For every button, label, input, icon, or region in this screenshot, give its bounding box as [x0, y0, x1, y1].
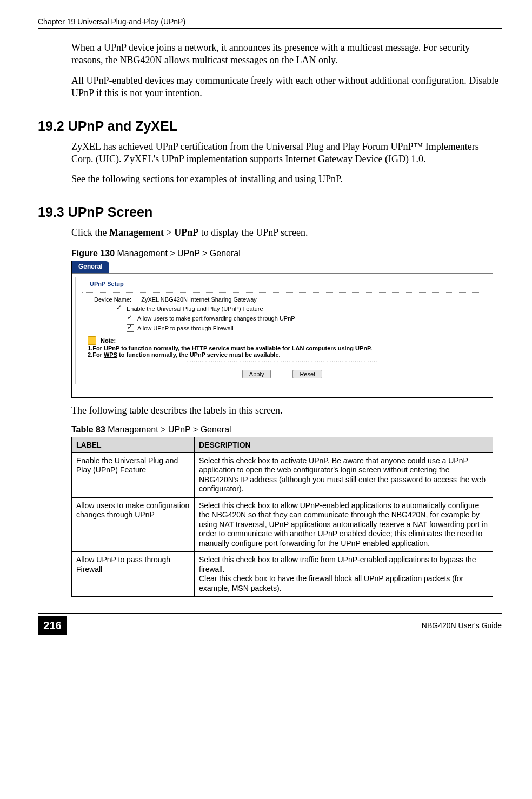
tab-general[interactable]: General	[72, 261, 109, 273]
intro-text-post: to display the UPnP screen.	[198, 227, 308, 238]
col-header-description: DESCRIPTION	[195, 437, 493, 452]
row0-label: Enable the Universal Plug and Play (UPnP…	[72, 452, 195, 497]
table-row: Allow UPnP to pass through Firewall Sele…	[72, 552, 493, 597]
intro-bold-upnp: UPnP	[174, 227, 198, 238]
description-table: LABEL DESCRIPTION Enable the Universal P…	[71, 437, 493, 597]
figure-caption: Figure 130 Management > UPnP > General	[71, 249, 502, 258]
note-line-1: 1.For UPnP to function normally, the HTT…	[76, 345, 489, 351]
page-container: Chapter 19 Universal Plug-and-Play (UPnP…	[0, 0, 532, 659]
header-rule	[38, 28, 502, 29]
device-name-label: Device Name:	[94, 296, 131, 303]
apply-button[interactable]: Apply	[242, 370, 271, 378]
section-19-2-para-1: ZyXEL has achieved UPnP certification fr…	[71, 141, 502, 166]
note2-pre: 2.For	[88, 351, 104, 358]
wps-link[interactable]: WPS	[104, 351, 117, 358]
figure-title: Management > UPnP > General	[117, 249, 240, 258]
screenshot-figure: General UPnP Setup Device Name: ZyXEL NB…	[71, 261, 493, 398]
screenshot-panel: UPnP Setup Device Name: ZyXEL NBG420N In…	[75, 277, 489, 384]
panel-divider	[82, 292, 482, 293]
footer: 216 NBG420N User's Guide	[38, 614, 502, 637]
note2-post: to function normally, the UPnP service m…	[117, 351, 281, 358]
row2-desc: Select this check box to allow traffic f…	[195, 552, 493, 597]
allow-firewall-checkbox[interactable]	[127, 324, 134, 332]
section-19-3-intro: Click the Management > UPnP to display t…	[71, 227, 502, 239]
note-label: Note:	[98, 337, 116, 344]
device-name-row: Device Name: ZyXEL NBG420N Internet Shar…	[76, 295, 489, 304]
allow-port-fwd-checkbox[interactable]	[127, 315, 134, 322]
chapter-title: Chapter 19 Universal Plug-and-Play (UPnP…	[38, 17, 185, 26]
enable-upnp-checkbox[interactable]	[116, 305, 123, 312]
checkbox-row-2: Allow users to make port forwarding chan…	[76, 314, 489, 323]
button-row: Apply Reset	[76, 365, 489, 384]
row2-desc-b: Clear this check box to have the firewal…	[199, 574, 463, 592]
row1-label: Allow users to make configuration change…	[72, 497, 195, 552]
note1-post: service must be available for LAN comput…	[207, 345, 372, 351]
device-name-value: ZyXEL NBG420N Internet Sharing Gateway	[141, 296, 257, 303]
row2-label: Allow UPnP to pass through Firewall	[72, 552, 195, 597]
reset-button[interactable]: Reset	[292, 370, 322, 378]
dotted-divider: ········································…	[76, 358, 489, 365]
note-icon	[88, 336, 96, 345]
panel-title: UPnP Setup	[76, 277, 489, 288]
note1-pre: 1.For UPnP to function normally, the	[88, 345, 192, 351]
table-row: Enable the Universal Plug and Play (UPnP…	[72, 452, 493, 497]
section-19-2-heading: 19.2 UPnP and ZyXEL	[38, 118, 502, 134]
intro-para-2: All UPnP-enabled devices may communicate…	[71, 75, 502, 100]
allow-firewall-label: Allow UPnP to pass through Firewall	[137, 325, 234, 331]
allow-port-fwd-label: Allow users to make port forwarding chan…	[137, 315, 295, 322]
intro-text-mid: >	[164, 227, 174, 238]
row1-desc: Select this check box to allow UPnP-enab…	[195, 497, 493, 552]
enable-upnp-label: Enable the Universal Plug and Play (UPnP…	[127, 305, 263, 312]
section-19-3-heading: 19.3 UPnP Screen	[38, 204, 502, 220]
running-header: Chapter 19 Universal Plug-and-Play (UPnP…	[38, 17, 502, 26]
guide-name: NBG420N User's Guide	[422, 621, 502, 630]
col-header-label: LABEL	[72, 437, 195, 452]
checkbox-row-3: Allow UPnP to pass through Firewall	[76, 323, 489, 333]
note-line-2: 2.For WPS to function normally, the UPnP…	[76, 351, 489, 358]
page-number: 216	[38, 616, 67, 635]
note-block: Note: 1.For UPnP to function normally, t…	[76, 333, 489, 358]
table-caption: Table 83 Management > UPnP > General	[71, 425, 502, 435]
after-figure-text: The following table describes the labels…	[71, 404, 502, 417]
http-link[interactable]: HTTP	[192, 345, 208, 351]
intro-para-1: When a UPnP device joins a network, it a…	[71, 42, 502, 67]
table-title: Management > UPnP > General	[108, 425, 231, 434]
row0-desc: Select this check box to activate UPnP. …	[195, 452, 493, 497]
section-19-2-para-2: See the following sections for examples …	[71, 173, 502, 185]
table-row: Allow users to make configuration change…	[72, 497, 493, 552]
row2-desc-a: Select this check box to allow traffic f…	[199, 555, 476, 574]
table-header-row: LABEL DESCRIPTION	[72, 437, 493, 452]
screenshot-tabbar: General	[72, 261, 493, 274]
table-label: Table 83	[71, 425, 108, 434]
figure-label: Figure 130	[71, 249, 117, 258]
intro-text-pre: Click the	[71, 227, 109, 238]
checkbox-row-1: Enable the Universal Plug and Play (UPnP…	[76, 304, 489, 314]
intro-bold-management: Management	[109, 227, 164, 238]
